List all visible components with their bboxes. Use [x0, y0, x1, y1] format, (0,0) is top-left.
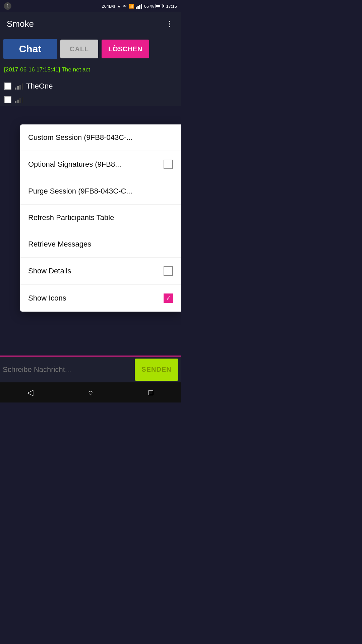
overflow-menu-button[interactable]: ⋮: [166, 19, 174, 29]
chat-tab-label: Chat: [19, 43, 42, 55]
chat-tab[interactable]: Chat: [3, 39, 57, 59]
svg-rect-10: [19, 98, 21, 103]
menu-item-optional-signatures[interactable]: Optional Signatures (9FB8...: [20, 151, 181, 178]
nav-bar: ◁ ○ □: [0, 382, 181, 402]
participant-name-1: TheOne: [26, 82, 53, 91]
participant-checkbox-1[interactable]: [4, 83, 11, 90]
recent-button[interactable]: □: [141, 382, 161, 402]
menu-item-label-show-details: Show Details: [28, 267, 71, 275]
wifi-icon: 📶: [129, 4, 134, 9]
svg-rect-4: [15, 88, 16, 90]
menu-item-purge-session[interactable]: Purge Session (9FB8-043C-C...: [20, 178, 181, 205]
status-bar: 1 264B/s ★ 👁 📶 66 % 17:15: [0, 0, 181, 12]
menu-item-label-optional-signatures: Optional Signatures (9FB8...: [28, 160, 121, 169]
send-button[interactable]: SENDEN: [135, 359, 178, 381]
message-bar: SENDEN: [0, 356, 181, 382]
chat-area: [2017-06-16 17:15:41] The net act: [0, 62, 181, 79]
message-input[interactable]: [3, 365, 132, 374]
battery-percent: 66 %: [144, 4, 154, 9]
menu-item-retrieve-messages[interactable]: Retrieve Messages: [20, 231, 181, 258]
participant-row-2: [0, 93, 181, 106]
show-details-checkbox[interactable]: [164, 266, 173, 276]
status-left: 1: [4, 2, 11, 10]
svg-rect-1: [137, 6, 139, 9]
svg-rect-6: [19, 85, 21, 90]
optional-signatures-checkbox[interactable]: [164, 160, 173, 169]
menu-item-label-retrieve-messages: Retrieve Messages: [28, 240, 91, 249]
status-right: 264B/s ★ 👁 📶 66 % 17:15: [102, 3, 177, 9]
svg-rect-5: [17, 86, 19, 90]
signal-icon: [136, 3, 142, 9]
svg-rect-2: [139, 5, 140, 9]
participant-checkbox-2[interactable]: [4, 96, 11, 103]
menu-item-label-purge-session: Purge Session (9FB8-043C-C...: [28, 187, 132, 196]
call-button[interactable]: CALL: [60, 40, 98, 58]
menu-item-show-details[interactable]: Show Details: [20, 258, 181, 285]
menu-item-label-refresh-participants: Refresh Participants Table: [28, 213, 114, 222]
chat-message: [2017-06-16 17:15:41] The net act: [4, 66, 177, 74]
show-icons-checkbox[interactable]: ✓: [164, 293, 173, 303]
time-display: 17:15: [166, 4, 177, 9]
svg-rect-3: [141, 4, 142, 9]
back-button[interactable]: ◁: [20, 382, 40, 402]
network-speed: 264B/s: [102, 4, 115, 9]
eye-icon: 👁: [123, 4, 127, 9]
notification-badge: 1: [4, 2, 11, 10]
bluetooth-icon: ★: [117, 4, 121, 9]
menu-item-refresh-participants[interactable]: Refresh Participants Table: [20, 205, 181, 231]
app-title: Smoke: [7, 19, 34, 29]
chat-header: Chat CALL LÖSCHEN: [0, 36, 181, 62]
menu-item-show-icons[interactable]: Show Icons ✓: [20, 285, 181, 312]
home-button[interactable]: ○: [80, 382, 101, 402]
svg-rect-7: [22, 84, 23, 90]
svg-rect-11: [22, 97, 23, 103]
app-bar: Smoke ⋮: [0, 12, 181, 36]
signal-strength-icon-1: [15, 83, 23, 90]
menu-item-label-show-icons: Show Icons: [28, 294, 66, 303]
battery-icon: [156, 4, 164, 8]
svg-rect-9: [17, 100, 19, 103]
menu-item-custom-session[interactable]: Custom Session (9FB8-043C-...: [20, 124, 181, 151]
participant-row-1: TheOne: [0, 79, 181, 93]
signal-strength-icon-2: [15, 96, 23, 103]
svg-rect-0: [136, 7, 137, 9]
loschen-button[interactable]: LÖSCHEN: [102, 40, 149, 58]
menu-item-label-custom-session: Custom Session (9FB8-043C-...: [28, 133, 133, 142]
dropdown-menu: Custom Session (9FB8-043C-... Optional S…: [20, 124, 181, 312]
svg-rect-8: [15, 101, 16, 103]
